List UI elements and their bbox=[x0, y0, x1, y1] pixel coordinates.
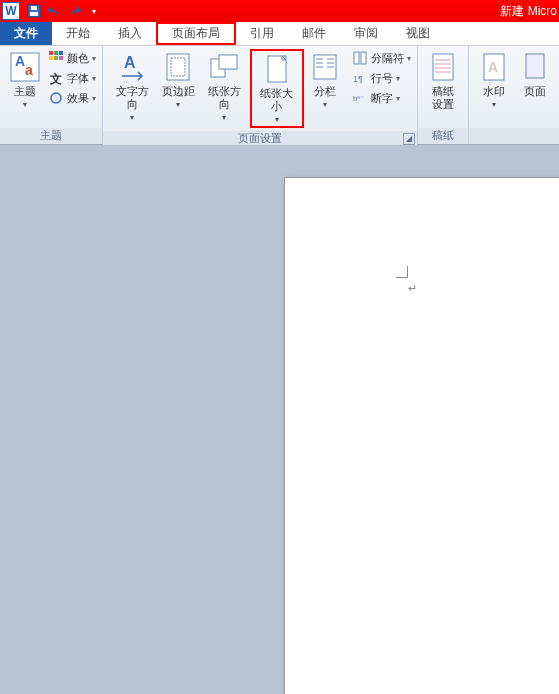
page-setup-dialog-launcher[interactable]: ◢ bbox=[403, 133, 415, 145]
group-page-background: A 水印 ▾ 页面 bbox=[469, 46, 559, 144]
themes-icon: Aa bbox=[9, 51, 41, 83]
chevron-down-icon: ▾ bbox=[92, 94, 96, 103]
stationery-label: 稿纸 设置 bbox=[432, 85, 454, 111]
tab-home[interactable]: 开始 bbox=[52, 22, 104, 45]
breaks-label: 分隔符 bbox=[371, 51, 404, 66]
margins-icon bbox=[162, 51, 194, 83]
orientation-label: 纸张方向 bbox=[203, 85, 245, 111]
paragraph-mark-icon: ↵ bbox=[408, 282, 417, 295]
group-theme: Aa 主题 ▾ 颜色 ▾ 文 字体 ▾ 效果 ▾ bbox=[0, 46, 103, 144]
svg-text:A: A bbox=[488, 59, 498, 75]
page-size-button[interactable]: 纸张大小 ▾ bbox=[250, 49, 304, 128]
group-theme-label: 主题 bbox=[0, 128, 102, 144]
svg-rect-2 bbox=[31, 6, 37, 10]
chevron-down-icon: ▾ bbox=[275, 115, 279, 124]
svg-rect-9 bbox=[49, 56, 53, 60]
svg-text:bᵃ⁻: bᵃ⁻ bbox=[353, 94, 364, 103]
group-stationery-label: 稿纸 bbox=[418, 128, 468, 144]
columns-label: 分栏 bbox=[314, 85, 336, 98]
orientation-icon bbox=[208, 51, 240, 83]
group-page-setup: A 文字方向 ▾ 页边距 ▾ 纸张方向 ▾ 纸张大小 ▾ 分栏 bbox=[103, 46, 418, 144]
svg-rect-10 bbox=[54, 56, 58, 60]
chevron-down-icon: ▾ bbox=[407, 54, 411, 63]
chevron-down-icon: ▾ bbox=[222, 113, 226, 122]
text-direction-label: 文字方向 bbox=[111, 85, 153, 111]
watermark-label: 水印 bbox=[483, 85, 505, 98]
line-numbers-button[interactable]: 1¶ 行号 ▾ bbox=[350, 69, 413, 87]
text-direction-button[interactable]: A 文字方向 ▾ bbox=[107, 49, 157, 124]
colors-icon bbox=[48, 50, 64, 66]
hyphenation-button[interactable]: bᵃ⁻ 断字 ▾ bbox=[350, 89, 413, 107]
line-numbers-label: 行号 bbox=[371, 71, 393, 86]
chevron-down-icon: ▾ bbox=[92, 74, 96, 83]
text-direction-icon: A bbox=[116, 51, 148, 83]
theme-colors-button[interactable]: 颜色 ▾ bbox=[46, 49, 98, 67]
themes-button[interactable]: Aa 主题 ▾ bbox=[4, 49, 46, 111]
tab-page-layout[interactable]: 页面布局 bbox=[156, 22, 236, 45]
svg-rect-31 bbox=[433, 54, 453, 80]
word-app-icon: W bbox=[2, 2, 20, 20]
group-stationery: 稿纸 设置 稿纸 bbox=[418, 46, 469, 144]
tab-references[interactable]: 引用 bbox=[236, 22, 288, 45]
svg-rect-6 bbox=[49, 51, 53, 55]
tab-mail[interactable]: 邮件 bbox=[288, 22, 340, 45]
watermark-icon: A bbox=[478, 51, 510, 83]
chevron-down-icon: ▾ bbox=[176, 100, 180, 109]
svg-rect-38 bbox=[526, 54, 544, 78]
effects-icon bbox=[48, 90, 64, 106]
svg-rect-27 bbox=[354, 52, 359, 64]
tab-file[interactable]: 文件 bbox=[0, 22, 52, 45]
undo-button[interactable] bbox=[45, 3, 63, 19]
svg-rect-7 bbox=[54, 51, 58, 55]
group-page-setup-label: 页面设置 ◢ bbox=[103, 131, 417, 146]
chevron-down-icon: ▾ bbox=[396, 94, 400, 103]
page-color-label: 页面 bbox=[524, 85, 546, 98]
margin-corner-mark bbox=[388, 258, 408, 278]
svg-rect-1 bbox=[30, 12, 38, 16]
tab-review[interactable]: 审阅 bbox=[340, 22, 392, 45]
theme-effects-button[interactable]: 效果 ▾ bbox=[46, 89, 98, 107]
columns-icon bbox=[309, 51, 341, 83]
svg-point-13 bbox=[51, 93, 61, 103]
hyphenation-icon: bᵃ⁻ bbox=[352, 90, 368, 106]
svg-text:文: 文 bbox=[49, 72, 62, 85]
stationery-icon bbox=[427, 51, 459, 83]
redo-button[interactable] bbox=[65, 3, 83, 19]
tab-insert[interactable]: 插入 bbox=[104, 22, 156, 45]
chevron-down-icon: ▾ bbox=[396, 74, 400, 83]
watermark-button[interactable]: A 水印 ▾ bbox=[473, 49, 515, 111]
fonts-icon: 文 bbox=[48, 70, 64, 86]
chevron-down-icon: ▾ bbox=[492, 100, 496, 109]
chevron-down-icon: ▾ bbox=[130, 113, 134, 122]
stationery-settings-button[interactable]: 稿纸 设置 bbox=[422, 49, 464, 113]
chevron-down-icon: ▾ bbox=[92, 54, 96, 63]
tab-view[interactable]: 视图 bbox=[392, 22, 444, 45]
theme-fonts-button[interactable]: 文 字体 ▾ bbox=[46, 69, 98, 87]
colors-label: 颜色 bbox=[67, 51, 89, 66]
themes-label: 主题 bbox=[14, 85, 36, 98]
orientation-button[interactable]: 纸张方向 ▾ bbox=[199, 49, 249, 124]
ribbon-tabs: 文件 开始 插入 页面布局 引用 邮件 审阅 视图 bbox=[0, 22, 559, 46]
breaks-button[interactable]: 分隔符 ▾ bbox=[350, 49, 413, 67]
group-bg-label bbox=[469, 128, 559, 144]
margins-button[interactable]: 页边距 ▾ bbox=[157, 49, 199, 111]
title-bar: W ▾ 新建 Micro bbox=[0, 0, 559, 22]
page-color-icon bbox=[519, 51, 551, 83]
svg-rect-8 bbox=[59, 51, 63, 55]
effects-label: 效果 bbox=[67, 91, 89, 106]
svg-rect-11 bbox=[59, 56, 63, 60]
page-size-icon bbox=[261, 53, 293, 85]
columns-button[interactable]: 分栏 ▾ bbox=[304, 49, 346, 111]
svg-text:1¶: 1¶ bbox=[353, 74, 363, 84]
breaks-icon bbox=[352, 50, 368, 66]
line-numbers-icon: 1¶ bbox=[352, 70, 368, 86]
qat-customize-dropdown[interactable]: ▾ bbox=[85, 3, 103, 19]
svg-text:a: a bbox=[25, 62, 33, 78]
page-size-label: 纸张大小 bbox=[256, 87, 298, 113]
page-color-button[interactable]: 页面 bbox=[515, 49, 555, 100]
svg-rect-18 bbox=[219, 55, 237, 69]
save-button[interactable] bbox=[25, 3, 43, 19]
svg-text:A: A bbox=[124, 54, 136, 71]
document-page[interactable] bbox=[284, 177, 559, 694]
fonts-label: 字体 bbox=[67, 71, 89, 86]
